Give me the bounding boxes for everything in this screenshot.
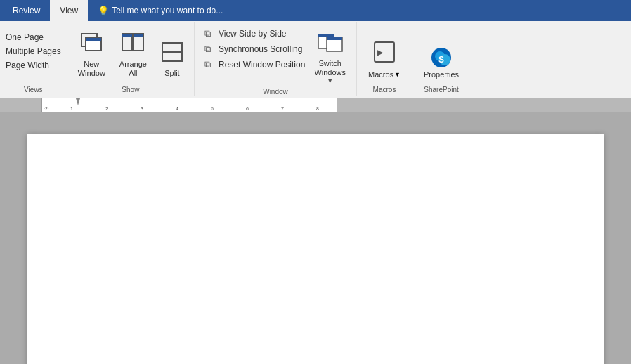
tell-me-bar[interactable]: 💡 Tell me what you want to do...: [91, 0, 230, 21]
new-window-label: NewWindow: [78, 60, 105, 78]
multiple-pages-btn[interactable]: Multiple Pages: [6, 45, 61, 58]
properties-btn[interactable]: S Properties: [417, 24, 466, 82]
window-list: ⧉ View Side by Side ⧉ Synchronous Scroll…: [202, 27, 308, 72]
view-side-by-side-btn[interactable]: ⧉ View Side by Side: [202, 27, 308, 41]
tell-me-text: Tell me what you want to do...: [112, 6, 223, 15]
new-window-icon: [80, 32, 103, 58]
sharepoint-icon: S: [430, 46, 453, 69]
split-btn[interactable]: Split: [155, 24, 190, 82]
ruler-right: [337, 98, 632, 112]
svg-rect-6: [134, 34, 143, 37]
view-side-icon: ⧉: [204, 28, 216, 39]
window-label: Window: [199, 88, 352, 97]
svg-text:▶: ▶: [377, 46, 384, 58]
macros-btn[interactable]: ▶ Macros ▼: [361, 24, 408, 82]
svg-rect-2: [86, 38, 101, 41]
arrange-all-icon: [122, 32, 144, 58]
ribbon-tabs: Review View 💡 Tell me what you want to d…: [0, 0, 631, 21]
views-label: Views: [6, 83, 61, 95]
sharepoint-section-label: SharePoint: [417, 86, 466, 95]
ruler-left-margin: [0, 98, 42, 112]
show-section: NewWindow ArrangeAll: [67, 22, 195, 96]
tab-view[interactable]: View: [50, 0, 88, 21]
show-content: NewWindow ArrangeAll: [72, 24, 190, 86]
sync-scroll-label: Synchronous Scrolling: [219, 44, 302, 54]
new-window-btn[interactable]: NewWindow: [72, 24, 112, 82]
sync-scroll-icon: ⧉: [204, 44, 216, 55]
show-label: Show: [72, 86, 190, 95]
page-width-btn[interactable]: Page Width: [6, 59, 61, 72]
split-icon: [161, 41, 183, 67]
lightbulb-icon: 💡: [98, 6, 109, 16]
macros-label: Macros: [368, 70, 393, 79]
synchronous-scrolling-btn[interactable]: ⧉ Synchronous Scrolling: [202, 42, 308, 56]
macros-arrow: ▼: [394, 71, 401, 78]
svg-rect-5: [122, 34, 132, 37]
views-section: One Page Multiple Pages Page Width Views: [0, 22, 67, 96]
properties-label: Properties: [424, 70, 459, 79]
reset-window-icon: ⧉: [204, 59, 216, 70]
reset-window-label: Reset Window Position: [219, 60, 305, 70]
document-area: [0, 112, 631, 364]
sharepoint-section: S Properties SharePoint: [412, 22, 470, 96]
svg-rect-12: [327, 37, 342, 40]
switch-windows-icon: [318, 32, 343, 59]
switch-windows-btn[interactable]: SwitchWindows ▼: [308, 27, 352, 88]
svg-text:S: S: [438, 55, 444, 65]
one-page-btn[interactable]: One Page: [6, 31, 61, 44]
arrange-all-label: ArrangeAll: [119, 60, 147, 78]
switch-windows-label: SwitchWindows: [314, 59, 346, 77]
reset-window-btn[interactable]: ⧉ Reset Window Position: [202, 58, 308, 72]
split-label: Split: [164, 69, 179, 78]
ruler: ·2· 1 2 3 4 5 6 7 8 9 10 11 12 13 14 15: [0, 98, 631, 112]
window-section: ⧉ View Side by Side ⧉ Synchronous Scroll…: [195, 22, 357, 96]
document-page[interactable]: [27, 134, 604, 364]
window-content: ⧉ View Side by Side ⧉ Synchronous Scroll…: [199, 24, 352, 88]
arrange-all-btn[interactable]: ArrangeAll: [113, 24, 153, 82]
switch-windows-arrow: ▼: [327, 77, 333, 84]
view-side-label: View Side by Side: [219, 29, 287, 39]
tab-review[interactable]: Review: [3, 0, 50, 21]
macros-icon: ▶: [372, 40, 396, 69]
ribbon: One Page Multiple Pages Page Width Views…: [0, 21, 631, 98]
macros-section-label: Macros: [361, 86, 408, 95]
views-content: One Page Multiple Pages Page Width: [6, 27, 61, 83]
ruler-main: ·2· 1 2 3 4 5 6 7 8 9 10 11 12 13 14 15: [42, 98, 337, 112]
macros-section: ▶ Macros ▼ Macros: [357, 22, 412, 96]
